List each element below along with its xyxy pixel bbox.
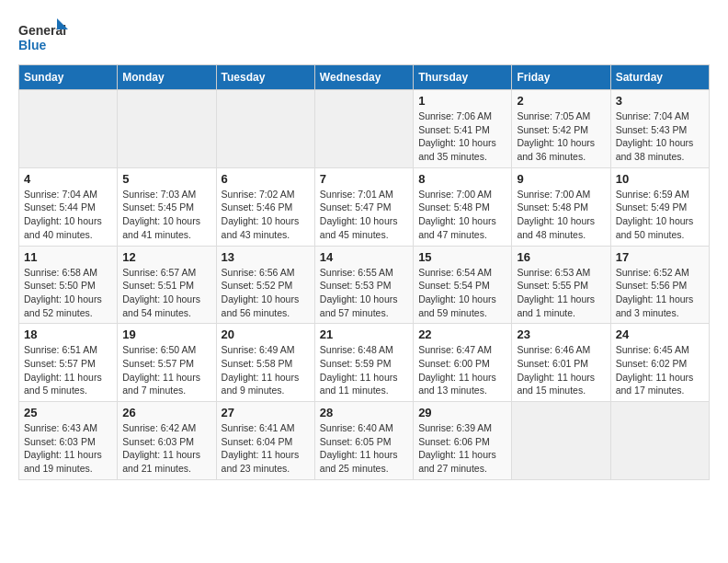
day-number: 24 [616,327,704,341]
header-row: SundayMondayTuesdayWednesdayThursdayFrid… [19,65,710,90]
calendar-cell [19,90,118,168]
calendar-cell: 9Sunrise: 7:00 AM Sunset: 5:48 PM Daylig… [512,167,610,246]
day-number: 29 [418,406,506,419]
day-info: Sunrise: 6:56 AM Sunset: 5:52 PM Dayligh… [222,266,310,320]
day-number: 28 [320,406,408,419]
calendar-cell [610,402,709,480]
day-number: 16 [517,250,605,264]
day-number: 23 [517,327,605,341]
day-number: 14 [320,250,408,264]
day-number: 1 [418,94,506,108]
day-info: Sunrise: 6:42 AM Sunset: 6:03 PM Dayligh… [122,421,210,476]
day-number: 26 [122,406,210,419]
calendar-cell: 24Sunrise: 6:45 AM Sunset: 6:02 PM Dayli… [610,324,709,402]
day-info: Sunrise: 7:04 AM Sunset: 5:43 PM Dayligh… [616,109,704,164]
calendar-cell: 20Sunrise: 6:49 AM Sunset: 5:58 PM Dayli… [216,324,314,402]
day-info: Sunrise: 6:49 AM Sunset: 5:58 PM Dayligh… [222,343,310,397]
day-number: 8 [418,172,506,186]
day-info: Sunrise: 6:48 AM Sunset: 5:59 PM Dayligh… [320,343,408,397]
day-number: 19 [122,327,210,341]
day-number: 22 [418,327,506,341]
calendar-cell: 5Sunrise: 7:03 AM Sunset: 5:45 PM Daylig… [118,167,216,246]
calendar-cell: 26Sunrise: 6:42 AM Sunset: 6:03 PM Dayli… [118,402,216,480]
day-number: 27 [222,406,310,419]
day-info: Sunrise: 6:55 AM Sunset: 5:53 PM Dayligh… [320,266,408,320]
calendar-cell: 7Sunrise: 7:01 AM Sunset: 5:47 PM Daylig… [314,167,413,246]
week-row-4: 18Sunrise: 6:51 AM Sunset: 5:57 PM Dayli… [19,324,710,402]
day-info: Sunrise: 6:52 AM Sunset: 5:56 PM Dayligh… [616,266,704,320]
day-info: Sunrise: 6:39 AM Sunset: 6:06 PM Dayligh… [418,421,506,476]
day-number: 3 [616,94,704,108]
day-info: Sunrise: 7:01 AM Sunset: 5:47 PM Dayligh… [320,188,408,242]
day-number: 20 [222,327,310,341]
day-number: 15 [418,250,506,264]
day-info: Sunrise: 6:54 AM Sunset: 5:54 PM Dayligh… [418,266,506,320]
calendar-cell: 18Sunrise: 6:51 AM Sunset: 5:57 PM Dayli… [19,324,118,402]
day-number: 21 [320,327,408,341]
day-info: Sunrise: 7:05 AM Sunset: 5:42 PM Dayligh… [517,109,605,164]
calendar-cell: 23Sunrise: 6:46 AM Sunset: 6:01 PM Dayli… [512,324,610,402]
calendar-cell: 2Sunrise: 7:05 AM Sunset: 5:42 PM Daylig… [512,90,610,168]
calendar-cell: 25Sunrise: 6:43 AM Sunset: 6:03 PM Dayli… [19,402,118,480]
day-info: Sunrise: 7:04 AM Sunset: 5:44 PM Dayligh… [24,188,112,242]
day-number: 2 [517,94,605,108]
header-day-thursday: Thursday [414,65,512,90]
calendar-cell [314,90,413,168]
calendar-cell: 22Sunrise: 6:47 AM Sunset: 6:00 PM Dayli… [414,324,512,402]
day-info: Sunrise: 7:06 AM Sunset: 5:41 PM Dayligh… [418,109,506,164]
calendar-table: SundayMondayTuesdayWednesdayThursdayFrid… [18,64,710,480]
calendar-cell: 3Sunrise: 7:04 AM Sunset: 5:43 PM Daylig… [610,90,709,168]
calendar-cell: 17Sunrise: 6:52 AM Sunset: 5:56 PM Dayli… [610,246,709,324]
day-number: 5 [122,172,210,186]
page-header: GeneralBlue [18,18,710,55]
day-info: Sunrise: 6:40 AM Sunset: 6:05 PM Dayligh… [320,421,408,476]
day-number: 6 [222,172,310,186]
day-number: 11 [24,250,112,264]
svg-text:Blue: Blue [18,38,47,52]
day-number: 7 [320,172,408,186]
calendar-cell: 28Sunrise: 6:40 AM Sunset: 6:05 PM Dayli… [314,402,413,480]
day-number: 4 [24,172,112,186]
logo-svg: GeneralBlue [18,18,69,55]
header-day-monday: Monday [118,65,216,90]
week-row-5: 25Sunrise: 6:43 AM Sunset: 6:03 PM Dayli… [19,402,710,480]
day-info: Sunrise: 6:45 AM Sunset: 6:02 PM Dayligh… [616,343,704,397]
logo: GeneralBlue [18,18,69,55]
week-row-3: 11Sunrise: 6:58 AM Sunset: 5:50 PM Dayli… [19,246,710,324]
day-info: Sunrise: 7:03 AM Sunset: 5:45 PM Dayligh… [122,188,210,242]
calendar-cell: 15Sunrise: 6:54 AM Sunset: 5:54 PM Dayli… [414,246,512,324]
day-info: Sunrise: 7:00 AM Sunset: 5:48 PM Dayligh… [517,188,605,242]
calendar-cell [216,90,314,168]
day-number: 17 [616,250,704,264]
day-number: 25 [24,406,112,419]
calendar-header: SundayMondayTuesdayWednesdayThursdayFrid… [19,65,710,90]
week-row-1: 1Sunrise: 7:06 AM Sunset: 5:41 PM Daylig… [19,90,710,168]
day-info: Sunrise: 6:57 AM Sunset: 5:51 PM Dayligh… [122,266,210,320]
calendar-cell: 12Sunrise: 6:57 AM Sunset: 5:51 PM Dayli… [118,246,216,324]
svg-marker-2 [57,18,68,29]
header-day-friday: Friday [512,65,610,90]
day-info: Sunrise: 6:51 AM Sunset: 5:57 PM Dayligh… [24,343,112,397]
day-number: 12 [122,250,210,264]
week-row-2: 4Sunrise: 7:04 AM Sunset: 5:44 PM Daylig… [19,167,710,246]
calendar-body: 1Sunrise: 7:06 AM Sunset: 5:41 PM Daylig… [19,90,710,480]
calendar-cell: 19Sunrise: 6:50 AM Sunset: 5:57 PM Dayli… [118,324,216,402]
calendar-cell: 1Sunrise: 7:06 AM Sunset: 5:41 PM Daylig… [414,90,512,168]
header-day-tuesday: Tuesday [216,65,314,90]
day-number: 10 [616,172,704,186]
calendar-cell: 14Sunrise: 6:55 AM Sunset: 5:53 PM Dayli… [314,246,413,324]
calendar-cell [118,90,216,168]
calendar-cell [512,402,610,480]
calendar-cell: 6Sunrise: 7:02 AM Sunset: 5:46 PM Daylig… [216,167,314,246]
day-number: 9 [517,172,605,186]
header-day-sunday: Sunday [19,65,118,90]
day-info: Sunrise: 6:59 AM Sunset: 5:49 PM Dayligh… [616,188,704,242]
calendar-cell: 27Sunrise: 6:41 AM Sunset: 6:04 PM Dayli… [216,402,314,480]
day-info: Sunrise: 6:50 AM Sunset: 5:57 PM Dayligh… [122,343,210,397]
calendar-cell: 11Sunrise: 6:58 AM Sunset: 5:50 PM Dayli… [19,246,118,324]
calendar-cell: 16Sunrise: 6:53 AM Sunset: 5:55 PM Dayli… [512,246,610,324]
day-info: Sunrise: 6:47 AM Sunset: 6:00 PM Dayligh… [418,343,506,397]
day-info: Sunrise: 7:02 AM Sunset: 5:46 PM Dayligh… [222,188,310,242]
day-info: Sunrise: 6:53 AM Sunset: 5:55 PM Dayligh… [517,266,605,320]
header-day-wednesday: Wednesday [314,65,413,90]
